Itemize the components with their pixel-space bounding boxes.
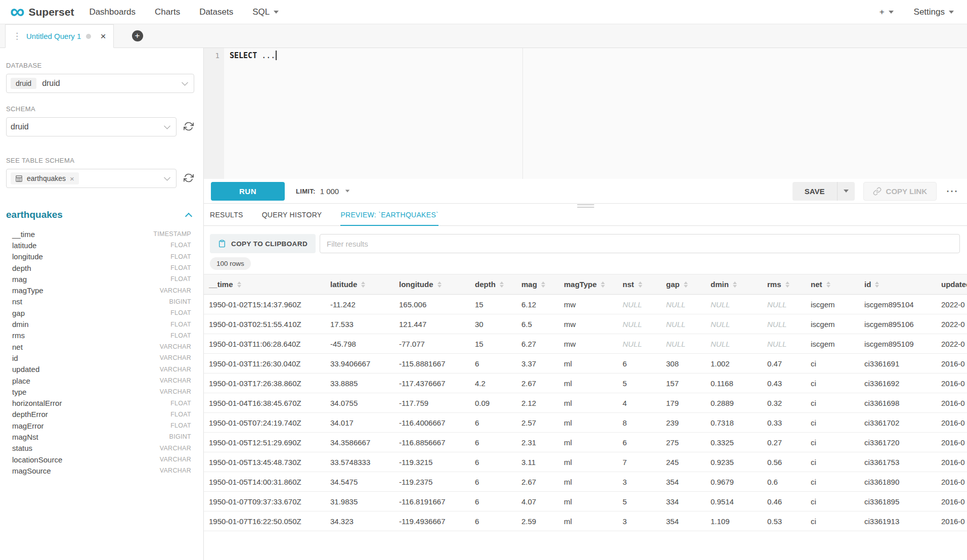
editor-code-area[interactable]: SELECT ...: [224, 48, 967, 179]
database-select[interactable]: druid druid: [6, 74, 194, 93]
table-cell: 0.32: [762, 393, 806, 413]
superset-brand[interactable]: ∞ Superset: [10, 5, 74, 19]
superset-logo-icon: ∞: [10, 3, 25, 19]
sql-code-editor[interactable]: 1 SELECT ...: [204, 48, 967, 179]
table-row: 1950-01-02T15:14:37.960Z-11.242165.00615…: [204, 295, 967, 314]
table-column-item[interactable]: updatedVARCHAR: [12, 364, 191, 375]
sort-icons[interactable]: [638, 282, 642, 288]
filter-results-input[interactable]: [320, 234, 960, 253]
column-header-label: rms: [767, 280, 781, 289]
results-tab[interactable]: QUERY HISTORY: [262, 211, 322, 225]
table-column-item[interactable]: rmsFLOAT: [12, 330, 191, 341]
column-header[interactable]: longitude: [394, 274, 470, 295]
table-column-item[interactable]: magFLOAT: [12, 273, 191, 285]
table-cell: 6: [470, 354, 516, 374]
table-column-item[interactable]: magSourceVARCHAR: [12, 465, 191, 476]
sort-icons[interactable]: [601, 282, 605, 288]
refresh-tables-button[interactable]: [183, 173, 194, 184]
table-column-item[interactable]: statusVARCHAR: [12, 443, 191, 454]
table-select[interactable]: earthquakes ×: [6, 169, 177, 188]
column-header[interactable]: depth: [470, 274, 516, 295]
table-cell: 0.7318: [706, 413, 762, 433]
sort-icons[interactable]: [500, 282, 504, 288]
table-column-item[interactable]: depthErrorFLOAT: [12, 409, 191, 420]
column-header[interactable]: net: [806, 274, 859, 295]
sort-icons[interactable]: [785, 282, 789, 288]
table-column-item[interactable]: locationSourceVARCHAR: [12, 454, 191, 465]
table-cell: 0.9514: [706, 492, 762, 511]
table-column-item[interactable]: gapFLOAT: [12, 307, 191, 318]
results-tab[interactable]: PREVIEW: `EARTHQUAKES`: [340, 211, 438, 226]
column-header[interactable]: updated: [936, 274, 967, 295]
table-name-heading[interactable]: earthquakes: [6, 209, 63, 220]
table-cell: mw: [559, 295, 618, 314]
table-column-item[interactable]: magTypeVARCHAR: [12, 285, 191, 296]
table-column-item[interactable]: magErrorFLOAT: [12, 420, 191, 431]
collapse-table-icon[interactable]: [185, 213, 192, 220]
sort-icons[interactable]: [237, 282, 241, 288]
new-tab-button[interactable]: +: [132, 30, 143, 41]
drag-handle-icon[interactable]: ⋮: [13, 31, 21, 41]
sort-icons[interactable]: [875, 282, 879, 288]
resize-handle[interactable]: [577, 204, 594, 208]
nav-charts[interactable]: Charts: [155, 7, 180, 17]
column-header[interactable]: latitude: [325, 274, 394, 295]
query-tab[interactable]: ⋮ Untitled Query 1 ×: [5, 24, 114, 48]
column-header-label: magType: [564, 280, 597, 289]
nav-dashboards[interactable]: Dashboards: [89, 7, 136, 17]
column-type: FLOAT: [170, 309, 191, 316]
table-column-item[interactable]: placeVARCHAR: [12, 375, 191, 386]
sort-desc-icon: [437, 285, 442, 288]
column-name: dmin: [12, 320, 29, 329]
remove-table-icon[interactable]: ×: [70, 175, 74, 182]
run-button[interactable]: RUN: [211, 182, 285, 201]
column-header[interactable]: magType: [559, 274, 618, 295]
column-header[interactable]: mag: [516, 274, 559, 295]
copy-link-button[interactable]: COPY LINK: [863, 182, 937, 201]
table-column-item[interactable]: netVARCHAR: [12, 341, 191, 352]
table-cell: 6: [618, 433, 661, 452]
close-tab-icon[interactable]: ×: [100, 31, 106, 41]
sort-icons[interactable]: [541, 282, 545, 288]
table-column-item[interactable]: typeVARCHAR: [12, 386, 191, 397]
table-column-item[interactable]: longitudeFLOAT: [12, 251, 191, 262]
column-header[interactable]: nst: [618, 274, 661, 295]
table-column-item[interactable]: magNstBIGINT: [12, 431, 191, 442]
column-header[interactable]: id: [859, 274, 936, 295]
column-header[interactable]: dmin: [706, 274, 762, 295]
settings-menu[interactable]: Settings: [914, 7, 954, 17]
column-header-label: dmin: [711, 280, 729, 289]
sort-icons[interactable]: [437, 282, 442, 288]
column-header[interactable]: gap: [661, 274, 706, 295]
results-tab[interactable]: RESULTS: [210, 211, 243, 225]
sort-asc-icon: [875, 282, 879, 284]
sort-icons[interactable]: [826, 282, 830, 288]
sort-icons[interactable]: [684, 282, 688, 288]
table-column-item[interactable]: __timeTIMESTAMP: [12, 228, 191, 240]
save-button[interactable]: SAVE: [793, 182, 838, 201]
table-column-item[interactable]: latitudeFLOAT: [12, 240, 191, 251]
limit-dropdown[interactable]: LIMIT: 1 000: [296, 187, 350, 196]
table-column-item[interactable]: depthFLOAT: [12, 262, 191, 273]
table-column-item[interactable]: idVARCHAR: [12, 352, 191, 363]
table-column-item[interactable]: horizontalErrorFLOAT: [12, 397, 191, 408]
sort-icons[interactable]: [361, 282, 365, 288]
more-options-icon[interactable]: ⋯: [944, 185, 960, 197]
table-cell: ci: [806, 492, 859, 511]
copy-to-clipboard-button[interactable]: COPY TO CLIPBOARD: [210, 234, 316, 253]
schema-select[interactable]: druid: [6, 117, 177, 136]
column-header[interactable]: rms: [762, 274, 806, 295]
column-header[interactable]: __time: [204, 274, 325, 295]
refresh-schemas-button[interactable]: [183, 121, 194, 132]
sort-asc-icon: [237, 282, 241, 284]
sort-icons[interactable]: [733, 282, 737, 288]
column-name: longitude: [12, 252, 43, 261]
table-cell: ml: [559, 354, 618, 374]
table-column-item[interactable]: nstBIGINT: [12, 296, 191, 307]
nav-datasets[interactable]: Datasets: [199, 7, 233, 17]
save-menu-button[interactable]: [838, 182, 855, 201]
nav-sql[interactable]: SQL: [252, 7, 279, 17]
table-cell: 6: [618, 354, 661, 374]
table-column-item[interactable]: dminFLOAT: [12, 318, 191, 330]
new-item-menu[interactable]: +: [880, 7, 894, 17]
